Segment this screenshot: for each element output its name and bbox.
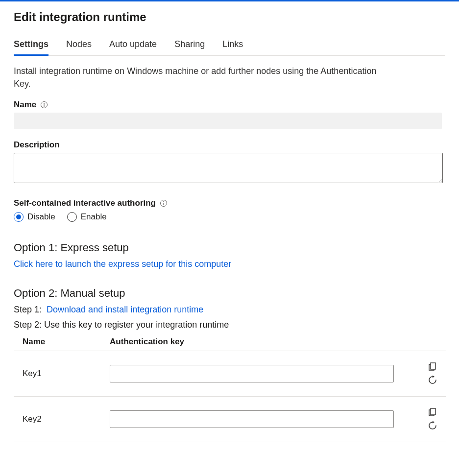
intro-text: Install integration runtime on Windows m…	[14, 65, 386, 90]
tab-nodes[interactable]: Nodes	[66, 36, 92, 56]
self-contained-label: Self-contained interactive authoring	[14, 198, 156, 208]
info-icon[interactable]	[40, 101, 48, 109]
description-label: Description	[14, 140, 60, 150]
table-row: Key1	[14, 351, 446, 397]
refresh-icon[interactable]	[426, 419, 439, 432]
option2-heading: Option 2: Manual setup	[14, 287, 445, 300]
key-name: Key2	[14, 397, 101, 442]
radio-circle-icon	[14, 212, 24, 222]
copy-icon[interactable]	[426, 360, 439, 373]
auth-key-table: Name Authentication key Key1	[14, 335, 446, 442]
name-input[interactable]	[14, 113, 442, 129]
description-textarea[interactable]	[14, 153, 443, 183]
auth-key-input[interactable]	[110, 365, 394, 382]
key-name: Key1	[14, 351, 101, 397]
col-header-name: Name	[14, 335, 101, 351]
radio-disable-label: Disable	[27, 212, 55, 222]
table-row: Key2	[14, 397, 446, 442]
copy-icon[interactable]	[426, 405, 439, 418]
step1-label: Step 1:	[14, 305, 42, 314]
tabs: Settings Nodes Auto update Sharing Links	[14, 36, 445, 56]
col-header-authkey: Authentication key	[101, 335, 398, 351]
option1-heading: Option 1: Express setup	[14, 241, 445, 254]
step2-text: Step 2: Use this key to register your in…	[14, 320, 445, 330]
name-label: Name	[14, 100, 36, 110]
radio-circle-icon	[67, 212, 77, 222]
tab-auto-update[interactable]: Auto update	[109, 36, 157, 56]
info-icon[interactable]	[160, 199, 168, 207]
tab-sharing[interactable]: Sharing	[174, 36, 205, 56]
express-setup-link[interactable]: Click here to launch the express setup f…	[14, 259, 231, 269]
tab-settings[interactable]: Settings	[14, 36, 48, 56]
tab-links[interactable]: Links	[222, 36, 243, 56]
radio-enable-label: Enable	[81, 212, 107, 222]
auth-key-input[interactable]	[110, 410, 394, 428]
page-title: Edit integration runtime	[14, 10, 445, 24]
download-ir-link[interactable]: Download and install integration runtime	[47, 305, 203, 314]
radio-enable[interactable]: Enable	[67, 212, 107, 222]
refresh-icon[interactable]	[426, 374, 439, 386]
radio-disable[interactable]: Disable	[14, 212, 55, 222]
